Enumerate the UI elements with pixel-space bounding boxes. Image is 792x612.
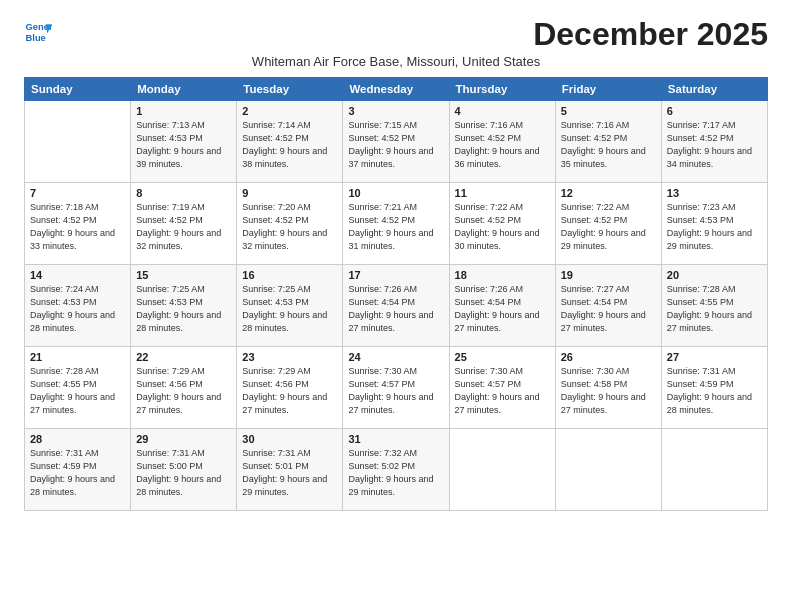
day-info: Sunrise: 7:14 AM Sunset: 4:52 PM Dayligh… bbox=[242, 119, 337, 171]
calendar-cell: 5Sunrise: 7:16 AM Sunset: 4:52 PM Daylig… bbox=[555, 101, 661, 183]
calendar-cell: 24Sunrise: 7:30 AM Sunset: 4:57 PM Dayli… bbox=[343, 347, 449, 429]
day-number: 19 bbox=[561, 269, 656, 281]
calendar-cell: 3Sunrise: 7:15 AM Sunset: 4:52 PM Daylig… bbox=[343, 101, 449, 183]
week-row-4: 21Sunrise: 7:28 AM Sunset: 4:55 PM Dayli… bbox=[25, 347, 768, 429]
calendar-cell: 16Sunrise: 7:25 AM Sunset: 4:53 PM Dayli… bbox=[237, 265, 343, 347]
calendar-cell bbox=[661, 429, 767, 511]
calendar-cell: 25Sunrise: 7:30 AM Sunset: 4:57 PM Dayli… bbox=[449, 347, 555, 429]
day-number: 26 bbox=[561, 351, 656, 363]
day-number: 28 bbox=[30, 433, 125, 445]
day-number: 29 bbox=[136, 433, 231, 445]
day-info: Sunrise: 7:19 AM Sunset: 4:52 PM Dayligh… bbox=[136, 201, 231, 253]
logo: General Blue bbox=[24, 18, 52, 46]
calendar-cell: 22Sunrise: 7:29 AM Sunset: 4:56 PM Dayli… bbox=[131, 347, 237, 429]
calendar-header: SundayMondayTuesdayWednesdayThursdayFrid… bbox=[25, 78, 768, 101]
day-number: 4 bbox=[455, 105, 550, 117]
day-number: 7 bbox=[30, 187, 125, 199]
day-number: 11 bbox=[455, 187, 550, 199]
day-number: 3 bbox=[348, 105, 443, 117]
day-number: 8 bbox=[136, 187, 231, 199]
day-number: 23 bbox=[242, 351, 337, 363]
day-number: 30 bbox=[242, 433, 337, 445]
day-info: Sunrise: 7:13 AM Sunset: 4:53 PM Dayligh… bbox=[136, 119, 231, 171]
day-number: 18 bbox=[455, 269, 550, 281]
calendar-cell: 15Sunrise: 7:25 AM Sunset: 4:53 PM Dayli… bbox=[131, 265, 237, 347]
day-number: 5 bbox=[561, 105, 656, 117]
day-number: 24 bbox=[348, 351, 443, 363]
day-number: 17 bbox=[348, 269, 443, 281]
calendar-cell: 11Sunrise: 7:22 AM Sunset: 4:52 PM Dayli… bbox=[449, 183, 555, 265]
calendar-cell: 23Sunrise: 7:29 AM Sunset: 4:56 PM Dayli… bbox=[237, 347, 343, 429]
day-number: 15 bbox=[136, 269, 231, 281]
calendar-cell: 26Sunrise: 7:30 AM Sunset: 4:58 PM Dayli… bbox=[555, 347, 661, 429]
calendar-cell: 8Sunrise: 7:19 AM Sunset: 4:52 PM Daylig… bbox=[131, 183, 237, 265]
header-day-tuesday: Tuesday bbox=[237, 78, 343, 101]
calendar-cell bbox=[449, 429, 555, 511]
day-info: Sunrise: 7:17 AM Sunset: 4:52 PM Dayligh… bbox=[667, 119, 762, 171]
week-row-3: 14Sunrise: 7:24 AM Sunset: 4:53 PM Dayli… bbox=[25, 265, 768, 347]
day-info: Sunrise: 7:23 AM Sunset: 4:53 PM Dayligh… bbox=[667, 201, 762, 253]
day-number: 9 bbox=[242, 187, 337, 199]
header-day-thursday: Thursday bbox=[449, 78, 555, 101]
day-number: 21 bbox=[30, 351, 125, 363]
day-info: Sunrise: 7:15 AM Sunset: 4:52 PM Dayligh… bbox=[348, 119, 443, 171]
calendar-cell: 20Sunrise: 7:28 AM Sunset: 4:55 PM Dayli… bbox=[661, 265, 767, 347]
calendar-cell bbox=[25, 101, 131, 183]
day-number: 22 bbox=[136, 351, 231, 363]
day-info: Sunrise: 7:30 AM Sunset: 4:57 PM Dayligh… bbox=[455, 365, 550, 417]
day-info: Sunrise: 7:31 AM Sunset: 5:00 PM Dayligh… bbox=[136, 447, 231, 499]
calendar-cell: 19Sunrise: 7:27 AM Sunset: 4:54 PM Dayli… bbox=[555, 265, 661, 347]
day-number: 10 bbox=[348, 187, 443, 199]
day-number: 6 bbox=[667, 105, 762, 117]
day-info: Sunrise: 7:28 AM Sunset: 4:55 PM Dayligh… bbox=[30, 365, 125, 417]
calendar-cell: 4Sunrise: 7:16 AM Sunset: 4:52 PM Daylig… bbox=[449, 101, 555, 183]
calendar-cell: 12Sunrise: 7:22 AM Sunset: 4:52 PM Dayli… bbox=[555, 183, 661, 265]
day-number: 16 bbox=[242, 269, 337, 281]
day-number: 13 bbox=[667, 187, 762, 199]
day-info: Sunrise: 7:16 AM Sunset: 4:52 PM Dayligh… bbox=[455, 119, 550, 171]
day-number: 14 bbox=[30, 269, 125, 281]
week-row-1: 1Sunrise: 7:13 AM Sunset: 4:53 PM Daylig… bbox=[25, 101, 768, 183]
day-info: Sunrise: 7:30 AM Sunset: 4:57 PM Dayligh… bbox=[348, 365, 443, 417]
calendar-cell: 2Sunrise: 7:14 AM Sunset: 4:52 PM Daylig… bbox=[237, 101, 343, 183]
calendar-cell: 13Sunrise: 7:23 AM Sunset: 4:53 PM Dayli… bbox=[661, 183, 767, 265]
day-info: Sunrise: 7:31 AM Sunset: 4:59 PM Dayligh… bbox=[30, 447, 125, 499]
calendar-table: SundayMondayTuesdayWednesdayThursdayFrid… bbox=[24, 77, 768, 511]
calendar-cell: 27Sunrise: 7:31 AM Sunset: 4:59 PM Dayli… bbox=[661, 347, 767, 429]
day-info: Sunrise: 7:29 AM Sunset: 4:56 PM Dayligh… bbox=[136, 365, 231, 417]
week-row-2: 7Sunrise: 7:18 AM Sunset: 4:52 PM Daylig… bbox=[25, 183, 768, 265]
day-info: Sunrise: 7:25 AM Sunset: 4:53 PM Dayligh… bbox=[136, 283, 231, 335]
day-number: 31 bbox=[348, 433, 443, 445]
day-info: Sunrise: 7:28 AM Sunset: 4:55 PM Dayligh… bbox=[667, 283, 762, 335]
week-row-5: 28Sunrise: 7:31 AM Sunset: 4:59 PM Dayli… bbox=[25, 429, 768, 511]
day-info: Sunrise: 7:22 AM Sunset: 4:52 PM Dayligh… bbox=[455, 201, 550, 253]
day-info: Sunrise: 7:27 AM Sunset: 4:54 PM Dayligh… bbox=[561, 283, 656, 335]
calendar-cell: 6Sunrise: 7:17 AM Sunset: 4:52 PM Daylig… bbox=[661, 101, 767, 183]
day-info: Sunrise: 7:29 AM Sunset: 4:56 PM Dayligh… bbox=[242, 365, 337, 417]
day-info: Sunrise: 7:26 AM Sunset: 4:54 PM Dayligh… bbox=[455, 283, 550, 335]
day-info: Sunrise: 7:31 AM Sunset: 4:59 PM Dayligh… bbox=[667, 365, 762, 417]
calendar-cell: 18Sunrise: 7:26 AM Sunset: 4:54 PM Dayli… bbox=[449, 265, 555, 347]
day-number: 20 bbox=[667, 269, 762, 281]
day-number: 25 bbox=[455, 351, 550, 363]
header-day-monday: Monday bbox=[131, 78, 237, 101]
day-number: 12 bbox=[561, 187, 656, 199]
calendar-cell: 28Sunrise: 7:31 AM Sunset: 4:59 PM Dayli… bbox=[25, 429, 131, 511]
day-info: Sunrise: 7:21 AM Sunset: 4:52 PM Dayligh… bbox=[348, 201, 443, 253]
header-day-wednesday: Wednesday bbox=[343, 78, 449, 101]
header-day-saturday: Saturday bbox=[661, 78, 767, 101]
calendar-cell: 30Sunrise: 7:31 AM Sunset: 5:01 PM Dayli… bbox=[237, 429, 343, 511]
calendar-cell: 7Sunrise: 7:18 AM Sunset: 4:52 PM Daylig… bbox=[25, 183, 131, 265]
subtitle: Whiteman Air Force Base, Missouri, Unite… bbox=[24, 54, 768, 69]
calendar-cell: 14Sunrise: 7:24 AM Sunset: 4:53 PM Dayli… bbox=[25, 265, 131, 347]
calendar-cell: 10Sunrise: 7:21 AM Sunset: 4:52 PM Dayli… bbox=[343, 183, 449, 265]
day-info: Sunrise: 7:18 AM Sunset: 4:52 PM Dayligh… bbox=[30, 201, 125, 253]
day-info: Sunrise: 7:31 AM Sunset: 5:01 PM Dayligh… bbox=[242, 447, 337, 499]
calendar-cell: 21Sunrise: 7:28 AM Sunset: 4:55 PM Dayli… bbox=[25, 347, 131, 429]
month-title: December 2025 bbox=[533, 18, 768, 50]
day-number: 1 bbox=[136, 105, 231, 117]
svg-text:Blue: Blue bbox=[26, 33, 46, 43]
header-day-sunday: Sunday bbox=[25, 78, 131, 101]
calendar-cell: 1Sunrise: 7:13 AM Sunset: 4:53 PM Daylig… bbox=[131, 101, 237, 183]
day-info: Sunrise: 7:30 AM Sunset: 4:58 PM Dayligh… bbox=[561, 365, 656, 417]
